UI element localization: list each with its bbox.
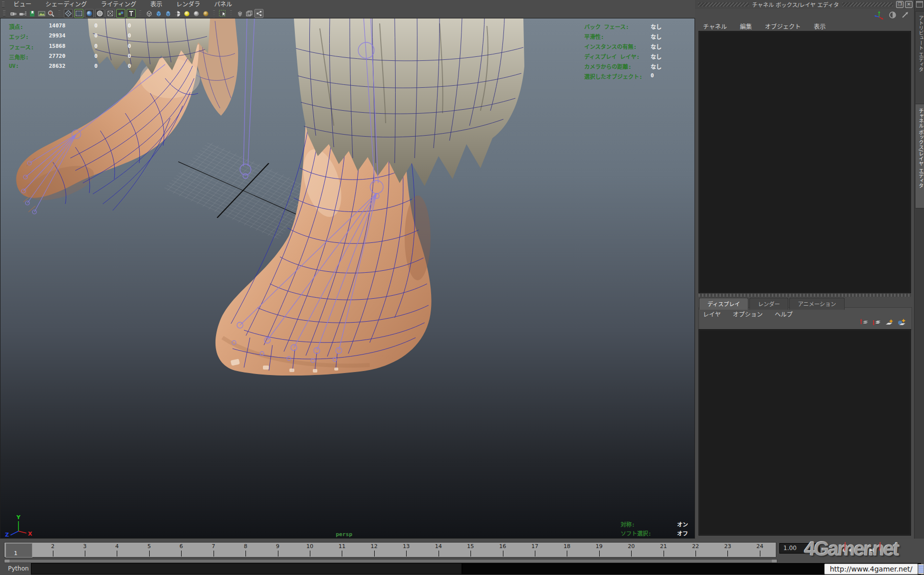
range-start-handle[interactable] [4, 560, 9, 563]
use-default-material-icon[interactable] [116, 9, 125, 18]
camera-attributes-icon[interactable] [18, 9, 26, 17]
default-lighting-icon[interactable] [192, 9, 200, 17]
workspace-panel-icon[interactable] [916, 1, 923, 7]
range-slider[interactable] [4, 559, 777, 563]
timeline-frame-cell[interactable]: 16 [486, 543, 518, 557]
viewport-annotations-icon[interactable] [127, 9, 136, 18]
timeline-frame-cell[interactable]: 2 [36, 543, 68, 557]
timeline-frame-cell[interactable]: 8 [230, 543, 261, 557]
tab-display[interactable]: ディスプレイ [699, 298, 748, 310]
menu-shading[interactable]: シェーディング [38, 0, 94, 9]
timeline-frame-cell[interactable]: 17 [519, 543, 551, 557]
perspective-viewport[interactable]: 頂点: 14078 0 0 エッジ: 29934 0 0 フェース: 15868… [0, 18, 695, 539]
create-layer-from-selected-icon[interactable] [897, 318, 906, 328]
menu-object[interactable]: オブジェクト [765, 22, 801, 30]
menu-help[interactable]: ヘルプ [775, 310, 793, 318]
timeline-frame-cell[interactable]: 7 [198, 543, 230, 557]
menu-channels[interactable]: チャネル [703, 22, 727, 30]
timeline-frame-cell[interactable]: 11 [326, 543, 358, 557]
all-lights-icon[interactable] [202, 9, 210, 17]
menu-show[interactable]: 表示 [814, 22, 826, 30]
smooth-shade-all-icon[interactable] [74, 9, 83, 18]
isolate-select-icon[interactable] [219, 9, 227, 17]
timeline-frame-cell[interactable]: 21 [647, 543, 679, 557]
shaded-cube-icon[interactable] [154, 9, 162, 17]
frame-label: 20 [615, 543, 647, 550]
frame-label: 23 [711, 543, 743, 550]
channel-box-layer-editor-panel: チャネル 編集 オブジェクト 表示 ディスプレイ レンダー アニメーション レイ… [695, 9, 914, 539]
no-lights-icon[interactable] [183, 9, 191, 17]
menu-options[interactable]: オプション [733, 310, 763, 318]
wireframe-display-icon[interactable] [64, 9, 73, 18]
frame-label: 5 [133, 543, 165, 550]
plugin-display-icon[interactable] [254, 9, 263, 18]
create-empty-layer-icon[interactable] [885, 318, 894, 328]
toolbar-grip[interactable] [3, 10, 5, 16]
timeline-frame-cell[interactable]: 14 [422, 543, 454, 557]
timeline-frame-cell[interactable]: 12 [358, 543, 390, 557]
xray-display-icon[interactable] [235, 9, 243, 17]
hyperbolic-slider-icon[interactable] [901, 11, 909, 21]
timeline-frame-cell[interactable]: 24 [744, 543, 776, 557]
bookmark-icon[interactable] [28, 9, 36, 17]
timeline-frame-cell[interactable]: 10 [294, 543, 326, 557]
checker-material-icon[interactable] [173, 9, 181, 17]
manipulator-axis-icon[interactable] [874, 10, 884, 21]
timeline-frame-cell[interactable]: 23 [711, 543, 743, 557]
menu-panels[interactable]: パネル [207, 0, 239, 9]
side-tab-attribute-editor[interactable]: アトリビュート エディタ [915, 11, 924, 105]
menu-show[interactable]: 表示 [143, 0, 169, 9]
channel-box-list[interactable] [698, 31, 911, 293]
flat-shade-display-icon[interactable] [95, 9, 104, 18]
title-grip-right[interactable] [842, 2, 893, 6]
move-layer-up-icon[interactable] [860, 318, 869, 328]
tab-render[interactable]: レンダー [749, 298, 788, 310]
menu-renderer[interactable]: レンダラ [169, 0, 207, 9]
shaded-display-icon[interactable] [85, 9, 94, 18]
timeline-frame-cell[interactable]: 9 [261, 543, 293, 557]
timeline-frame-cell[interactable]: 18 [551, 543, 583, 557]
timeline-frame-cell[interactable]: 4 [101, 543, 133, 557]
textured-cube-icon[interactable] [164, 9, 172, 17]
command-line-language-label[interactable]: Python [8, 565, 29, 572]
timeline-frame-cell[interactable]: 6 [165, 543, 197, 557]
tab-animation[interactable]: アニメーション [789, 298, 845, 310]
panel-close-button[interactable]: × [905, 1, 913, 8]
current-frame-marker[interactable]: 1 [5, 543, 32, 558]
bounding-box-display-icon[interactable] [106, 9, 115, 18]
timeline-frame-cell[interactable]: 3 [69, 543, 101, 557]
hud-label: 平滑性: [584, 32, 604, 40]
menu-layers[interactable]: レイヤ [703, 310, 721, 318]
layer-list[interactable] [698, 329, 911, 536]
frame-label: 11 [326, 543, 358, 550]
timeline-frame-cell[interactable]: 5 [133, 543, 165, 557]
hud-value: 15868 [49, 43, 65, 49]
timeline-frame-cell[interactable]: 20 [615, 543, 647, 557]
menubar-grip[interactable] [2, 1, 4, 7]
timeline-frame-cell[interactable]: 19 [583, 543, 615, 557]
panel-side-strip: アトリビュート エディタ チャネル ボックス/レイヤ エディタ [914, 0, 924, 539]
select-camera-icon[interactable] [9, 9, 17, 17]
menu-edit[interactable]: 編集 [740, 22, 752, 30]
timeline-frame-cell[interactable]: 13 [390, 543, 422, 557]
xray-joints-icon[interactable] [245, 9, 253, 17]
hud-label: 選択したオブジェクト: [584, 72, 643, 80]
watermark-text: 4Gamer.net [804, 538, 899, 560]
move-layer-down-icon[interactable] [872, 318, 881, 328]
image-plane-icon[interactable] [37, 9, 45, 17]
side-tab-channel-box[interactable]: チャネル ボックス/レイヤ エディタ [915, 104, 924, 208]
channel-box-title-bar: チャネル ボックス/レイヤ エディタ ❐ × [695, 0, 914, 9]
timeline-frame-cell[interactable]: 22 [680, 543, 711, 557]
timeline-frame-cell[interactable]: 15 [455, 543, 486, 557]
menu-lighting[interactable]: ライティング [94, 0, 143, 9]
time-slider[interactable]: 1 2 3 4 5 6 7 8 9 10 11 12 13 14 15 16 1… [4, 542, 776, 558]
command-line-input[interactable] [31, 563, 462, 575]
2d-pan-zoom-icon[interactable] [47, 9, 55, 17]
panel-float-button[interactable]: ❐ [896, 1, 904, 8]
range-end-handle[interactable] [772, 560, 777, 563]
title-grip-left[interactable] [698, 2, 749, 6]
menu-view[interactable]: ビュー [6, 0, 38, 9]
wireframe-cube-icon[interactable] [145, 9, 153, 17]
panel-splitter[interactable] [698, 294, 911, 297]
slider-speed-icon[interactable] [889, 11, 897, 21]
